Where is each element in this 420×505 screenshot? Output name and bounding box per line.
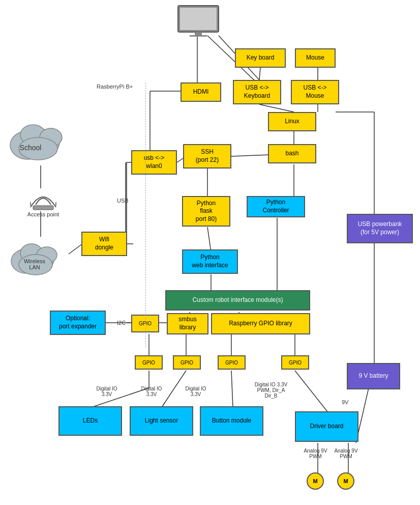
hdmi-box: HDMI (181, 82, 221, 102)
linux-box: Linux (268, 112, 316, 131)
svg-rect-47 (190, 35, 207, 37)
python-controller-box: PythonController (247, 196, 305, 217)
wifi-dongle-box: Wifidongle (81, 232, 127, 256)
usb-label: USB (117, 198, 129, 204)
svg-rect-45 (180, 8, 217, 30)
svg-rect-61 (33, 206, 53, 210)
gpio3-box: GPIO (218, 355, 246, 370)
rasberrypi-label: RasberryPi B+ (97, 83, 133, 90)
i2c-label: I2C (117, 320, 126, 326)
python-flask-box: Pythonflaskport 80) (182, 196, 230, 227)
analog2-label: Analog 9VPWM (332, 448, 360, 459)
svg-text:School: School (20, 144, 42, 152)
svg-line-5 (259, 104, 294, 112)
mouse-box: Mouse (295, 48, 336, 68)
bash-box: bash (268, 144, 316, 163)
motor1: M (307, 472, 324, 490)
light-sensor-box: Light sensor (130, 406, 193, 436)
gpio1-box: GPIO (135, 355, 163, 370)
driver-board-box: Driver board (295, 411, 358, 442)
custom-robot-box: Custom robot interface module(s) (165, 290, 310, 311)
svg-text:LAN: LAN (29, 264, 40, 270)
gpio4-box: GPIO (281, 355, 309, 370)
wireless-lan-cloud: Wireless LAN (5, 232, 71, 280)
gpio2-box: GPIO (173, 355, 201, 370)
svg-line-14 (207, 227, 211, 252)
digital-io3-label: Digital IO3.3V (178, 386, 214, 397)
keyboard-box: Key board (235, 48, 286, 68)
optional-port-box: Optional:port expander (50, 311, 106, 335)
svg-text:Wireless: Wireless (24, 258, 46, 264)
svg-line-27 (295, 371, 328, 412)
python-web-box: Pythonweb interface (182, 249, 238, 274)
button-module-box: Button module (200, 406, 263, 436)
gpio-library-box: Raspberry GPIO library (211, 313, 310, 334)
svg-rect-46 (195, 32, 202, 35)
access-point-icon: Access point (23, 184, 64, 212)
usb-powerbank-box: USB powerbank(for 5V power) (347, 214, 413, 243)
smbus-box: smbuslibrary (167, 313, 208, 334)
leds-box: LEDs (58, 406, 122, 436)
digital-io2-label: Digital IO3.3V (134, 386, 169, 397)
digital-io1-label: Digital IO3.3V (89, 386, 125, 397)
digital-io4-label: Digital IO 3.3VPWM, Dir_ADir_B (248, 382, 294, 399)
usb-wlan-box: usb <->wlan0 (131, 150, 177, 175)
svg-line-26 (231, 371, 233, 407)
raspi-left-border (145, 82, 146, 347)
motor2: M (337, 472, 354, 490)
school-cloud: School (5, 112, 74, 165)
battery-9v-box: 9 V battery (347, 363, 400, 389)
9v-label: 9V (342, 399, 348, 405)
usb-keyboard-box: USB <->Keyboard (233, 80, 281, 104)
svg-line-3 (259, 68, 260, 80)
usb-mouse-box: USB <->Mouse (291, 80, 339, 104)
analog1-label: Analog 9VPWM (302, 448, 329, 459)
monitor-icon (175, 4, 221, 37)
ssh-box: SSH(port 22) (183, 144, 231, 169)
diagram: Key board Mouse HDMI USB <->Keyboard USB… (0, 0, 420, 505)
